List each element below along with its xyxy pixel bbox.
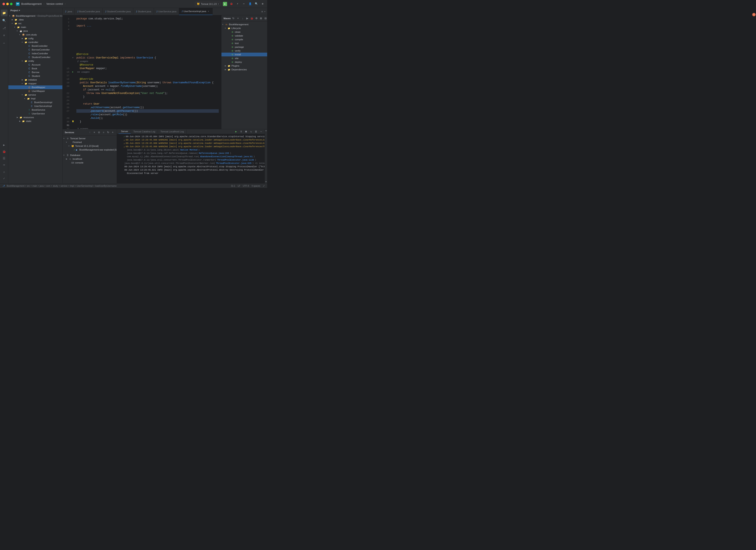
tab-catalina-log[interactable]: Tomcat Catalina Log (131, 129, 158, 134)
service-deployment[interactable]: ✓ ▶ BookManagement:war exploded [Synchro… (63, 148, 117, 152)
tab-java[interactable]: J .java (63, 8, 75, 15)
search-button[interactable]: 🔍 (254, 2, 258, 6)
run-icon[interactable]: ▶ (245, 16, 249, 20)
line-ending[interactable]: LF (238, 184, 240, 187)
todo-button[interactable]: ✓ (1, 175, 8, 182)
service-database[interactable]: ▾ 🗄 Database (63, 153, 117, 157)
tab-studentcontroller[interactable]: J StudentController.java (103, 8, 133, 15)
filter-icon[interactable]: ⊙ (97, 130, 101, 134)
profile-button[interactable]: ⚡ (235, 2, 240, 6)
run-configuration[interactable]: 🐱 Tomcat 10.1.23 ▾ (195, 2, 221, 6)
service-tomcat-instance[interactable]: ▾ 🐱 Tomcat 10.1.23 [local] (63, 144, 117, 148)
problems-button[interactable]: ⚠ (1, 168, 8, 175)
maximize-button[interactable] (10, 3, 13, 5)
tree-item-userservice[interactable]: I UserService (8, 112, 62, 115)
tree-item-userserviceimpl[interactable]: C UserServiceImpl (8, 104, 62, 108)
tree-item-borrowcontroller[interactable]: C BorrowController (8, 48, 62, 52)
tree-item-impl[interactable]: ▾ 📁 Impl (8, 97, 62, 100)
clear-log-icon[interactable]: 🗑 (254, 130, 258, 133)
app-name[interactable]: BookManagement (21, 3, 42, 5)
expand-icon[interactable]: ⤢ (263, 184, 265, 187)
debug-button[interactable]: 🐞 (229, 2, 233, 6)
maven-deploy[interactable]: ⚙ deploy (221, 60, 267, 64)
settings-maven-icon[interactable]: ⚙ (254, 16, 258, 20)
tab-close-button[interactable]: × (207, 10, 210, 13)
add-icon[interactable]: + (236, 16, 240, 20)
debug-tools-button[interactable]: 🐞 (1, 148, 8, 155)
maven-lifecycle[interactable]: ▾ 📁 Lifecycle (221, 26, 267, 30)
tree-item-main[interactable]: ▾ 📁 main (8, 25, 62, 29)
scroll-down-icon[interactable]: ▼ (265, 181, 267, 183)
maven-dependencies[interactable]: ▶ 📁 Dependencies (221, 68, 267, 71)
restart-log-icon[interactable]: ↻ (249, 130, 253, 133)
run-log-icon[interactable]: ▶ (234, 130, 238, 133)
tab-server[interactable]: Server (119, 129, 131, 134)
tree-view-icon[interactable]: ≡ (102, 130, 105, 134)
run-tools-button[interactable]: ▶ (1, 141, 8, 148)
tree-item-src[interactable]: ▾ 📁 src (8, 21, 62, 25)
pause-log-icon[interactable]: ⏸ (239, 130, 243, 133)
stop-log-icon[interactable]: ⏹ (244, 130, 248, 133)
tree-item-book[interactable]: C Book (8, 67, 62, 70)
debug-maven-icon[interactable]: 🐞 (250, 16, 254, 20)
tree-item-static[interactable]: ▶ 📁 static (8, 119, 62, 123)
maven-project[interactable]: ▾ m BookManagement (221, 23, 267, 26)
tree-item-initialize[interactable]: ▶ 📁 initialize (8, 78, 62, 82)
tab-userserviceimpl[interactable]: J UserServiceImpl.java × (179, 8, 213, 15)
maven-package[interactable]: ⚙ package (221, 45, 267, 49)
run-button[interactable]: ▶ (223, 2, 227, 6)
structure-button[interactable]: ≡ (1, 32, 8, 39)
tree-item-controller[interactable]: ▾ 📁 controller (8, 40, 62, 44)
more-log-icon[interactable]: ⋯ (259, 130, 263, 133)
tree-item-student[interactable]: C Student (8, 74, 62, 78)
service-console[interactable]: ⌨ console (63, 161, 117, 164)
tree-item-idea[interactable]: ▶ 📁 .idea (8, 18, 62, 21)
sync-icon[interactable]: ↻ (106, 130, 110, 134)
collapse-all-icon[interactable]: ⊟ (264, 16, 267, 20)
tab-bookcontroller[interactable]: J BookController.java (75, 8, 103, 15)
more-tools-button[interactable]: ⋯ (1, 40, 8, 46)
terminal-button[interactable]: ⌨ (1, 162, 8, 168)
more-button[interactable]: ⋯ (242, 2, 246, 6)
maven-verify[interactable]: ⚙ verify (221, 49, 267, 53)
recent-files-button[interactable]: ▾ (264, 10, 265, 13)
tree-item-bookcontroller[interactable]: C BookController (8, 44, 62, 48)
tree-item-indexcontroller[interactable]: C IndexController (8, 52, 62, 55)
maven-clean[interactable]: ⚙ clean (221, 30, 267, 34)
maven-install[interactable]: ⚙ install (221, 53, 267, 56)
maven-test[interactable]: ⚙ test (221, 41, 267, 45)
editor-code-area[interactable]: package com.study.service.Impl; import .… (75, 15, 219, 129)
lightbulb-icon[interactable]: 💡 (72, 120, 74, 123)
close-icon[interactable]: × (92, 130, 96, 134)
find-button[interactable]: 🔍 (1, 17, 8, 24)
tab-localhost-log[interactable]: Tomcat Localhost Log (158, 129, 187, 134)
close-button[interactable] (3, 3, 5, 5)
minimize-button[interactable] (6, 3, 9, 5)
service-tomcat-server[interactable]: ▾ ⚙ Tomcat Server (63, 136, 117, 140)
tree-item-bookservice[interactable]: I BookService (8, 108, 62, 112)
cursor-position[interactable]: 31:1 (231, 184, 235, 187)
settings-button[interactable]: ⚙ (260, 2, 265, 6)
add-service-icon[interactable]: + (111, 130, 115, 134)
log-scrollbar[interactable]: ▲ ▼ (265, 129, 267, 183)
tree-item-bookserviceimpl[interactable]: C BookServiceImpl (8, 100, 62, 104)
editor-scrollbar[interactable] (219, 15, 221, 129)
refresh-icon[interactable]: ↻ (231, 16, 235, 20)
git-button[interactable]: ⎇ (1, 25, 8, 31)
tab-student[interactable]: J Student.java (133, 8, 154, 15)
tree-item-com-study[interactable]: ▾ 📦 com.study (8, 33, 62, 37)
scroll-up-icon[interactable]: ▲ (265, 130, 267, 132)
expand-all-icon[interactable]: ⊞ (259, 16, 263, 20)
download-icon[interactable]: ↓ (241, 16, 244, 20)
services-button[interactable]: ☰ (1, 155, 8, 162)
tree-item-cofig[interactable]: ▶ 📁 cofig (8, 37, 62, 40)
maven-site[interactable]: ⚙ site (221, 56, 267, 60)
tab-userservice[interactable]: J UserService.java (154, 8, 179, 15)
tree-item-borrow[interactable]: C Borrow (8, 70, 62, 74)
project-view-button[interactable]: 📁 (1, 10, 8, 16)
tree-item-mapper[interactable]: ▾ 📁 mapper (8, 82, 62, 85)
tree-item-studentcontroller[interactable]: C StudentController (8, 55, 62, 59)
maven-validate[interactable]: ⚙ validate (221, 34, 267, 38)
tree-item-bookmapper[interactable]: @ BookMapper (8, 85, 62, 89)
tree-item-bookmanagement[interactable]: ▾ 📦 BookManagement ~/Desktop/Projects/Bo… (8, 14, 62, 18)
